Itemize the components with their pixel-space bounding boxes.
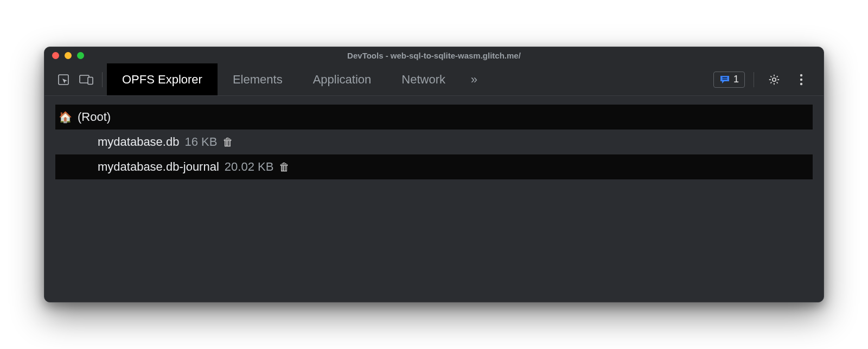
tab-network[interactable]: Network <box>386 63 461 95</box>
tab-label: Elements <box>233 73 283 87</box>
trash-icon[interactable]: 🗑 <box>279 161 290 173</box>
devtools-toolbar: OPFS Explorer Elements Application Netwo… <box>44 63 824 96</box>
traffic-lights <box>44 52 84 59</box>
tab-label: Network <box>401 73 445 87</box>
issues-badge[interactable]: 1 <box>713 72 745 88</box>
devices-icon <box>79 74 93 86</box>
tab-strip: OPFS Explorer Elements Application Netwo… <box>107 63 488 95</box>
file-name: mydatabase.db <box>98 135 179 149</box>
file-size: 16 KB <box>184 135 217 149</box>
window-titlebar: DevTools - web-sql-to-sqlite-wasm.glitch… <box>44 47 824 63</box>
root-label: (Root) <box>78 110 111 124</box>
toolbar-divider <box>754 72 754 87</box>
tab-opfs-explorer[interactable]: OPFS Explorer <box>107 63 218 95</box>
opfs-explorer-panel: 🏠 (Root) mydatabase.db 16 KB 🗑 mydatabas… <box>44 96 824 302</box>
tab-label: Application <box>313 73 372 87</box>
devtools-window: DevTools - web-sql-to-sqlite-wasm.glitch… <box>44 47 824 302</box>
kebab-menu-button[interactable] <box>790 68 813 91</box>
window-close-button[interactable] <box>52 52 59 59</box>
trash-icon[interactable]: 🗑 <box>222 136 233 148</box>
chat-icon <box>719 75 730 85</box>
device-toggle-button[interactable] <box>75 68 98 91</box>
toolbar-divider <box>102 72 103 87</box>
window-zoom-button[interactable] <box>77 52 84 59</box>
file-name: mydatabase.db-journal <box>98 160 219 174</box>
svg-point-7 <box>800 78 802 80</box>
svg-point-5 <box>773 77 776 81</box>
tab-label: OPFS Explorer <box>122 73 202 87</box>
svg-rect-2 <box>88 77 93 84</box>
gear-icon <box>768 73 781 86</box>
tab-elements[interactable]: Elements <box>218 63 298 95</box>
window-minimize-button[interactable] <box>65 52 72 59</box>
tab-application[interactable]: Application <box>298 63 387 95</box>
more-tabs-button[interactable]: » <box>461 63 488 95</box>
home-icon: 🏠 <box>59 111 72 124</box>
file-size: 20.02 KB <box>225 160 274 174</box>
inspect-cursor-icon <box>57 73 70 86</box>
inspect-element-button[interactable] <box>52 68 75 91</box>
window-title: DevTools - web-sql-to-sqlite-wasm.glitch… <box>44 51 824 60</box>
file-row[interactable]: mydatabase.db 16 KB 🗑 <box>55 130 813 154</box>
file-row[interactable]: mydatabase.db-journal 20.02 KB 🗑 <box>55 154 813 179</box>
issues-count: 1 <box>733 74 739 85</box>
tree-root[interactable]: 🏠 (Root) <box>55 105 813 130</box>
kebab-icon <box>800 74 803 86</box>
settings-button[interactable] <box>763 68 786 91</box>
svg-point-6 <box>800 74 802 76</box>
svg-point-8 <box>800 82 802 85</box>
chevrons-right-icon: » <box>471 73 477 87</box>
